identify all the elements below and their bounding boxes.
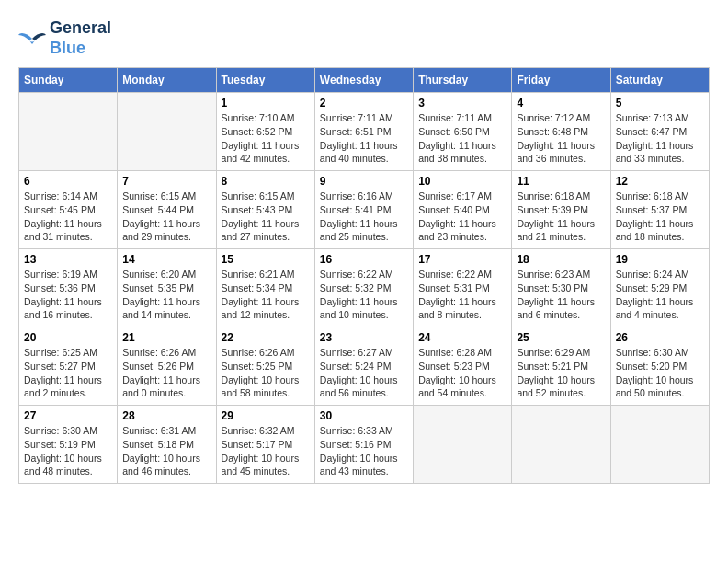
day-number: 23 xyxy=(320,331,408,344)
day-number: 30 xyxy=(320,409,408,422)
day-info: Sunrise: 7:11 AM Sunset: 6:50 PM Dayligh… xyxy=(418,111,506,166)
day-number: 20 xyxy=(24,331,112,344)
day-cell: 23Sunrise: 6:27 AM Sunset: 5:24 PM Dayli… xyxy=(314,327,413,406)
week-row-3: 13Sunrise: 6:19 AM Sunset: 5:36 PM Dayli… xyxy=(19,249,710,327)
day-info: Sunrise: 7:10 AM Sunset: 6:52 PM Dayligh… xyxy=(222,111,310,166)
day-cell: 13Sunrise: 6:19 AM Sunset: 5:36 PM Dayli… xyxy=(19,249,118,327)
weekday-header-monday: Monday xyxy=(118,68,216,93)
day-info: Sunrise: 6:29 AM Sunset: 5:21 PM Dayligh… xyxy=(517,346,605,400)
weekday-header-row: SundayMondayTuesdayWednesdayThursdayFrid… xyxy=(19,68,710,93)
day-cell: 21Sunrise: 6:26 AM Sunset: 5:26 PM Dayli… xyxy=(118,327,216,406)
day-number: 22 xyxy=(222,331,310,344)
calendar-table: SundayMondayTuesdayWednesdayThursdayFrid… xyxy=(18,67,710,484)
day-number: 2 xyxy=(320,97,408,109)
logo: General Blue xyxy=(18,18,111,58)
day-cell: 20Sunrise: 6:25 AM Sunset: 5:27 PM Dayli… xyxy=(19,327,118,406)
day-info: Sunrise: 6:22 AM Sunset: 5:32 PM Dayligh… xyxy=(320,268,408,322)
day-cell: 17Sunrise: 6:22 AM Sunset: 5:31 PM Dayli… xyxy=(414,249,512,327)
day-info: Sunrise: 6:21 AM Sunset: 5:34 PM Dayligh… xyxy=(222,268,310,322)
weekday-header-thursday: Thursday xyxy=(414,68,512,93)
day-cell: 6Sunrise: 6:14 AM Sunset: 5:45 PM Daylig… xyxy=(19,171,118,249)
day-number: 8 xyxy=(222,175,310,188)
day-number: 3 xyxy=(418,97,506,109)
day-info: Sunrise: 7:12 AM Sunset: 6:48 PM Dayligh… xyxy=(517,111,605,166)
day-info: Sunrise: 6:23 AM Sunset: 5:30 PM Dayligh… xyxy=(517,268,605,322)
day-info: Sunrise: 6:18 AM Sunset: 5:37 PM Dayligh… xyxy=(616,190,704,244)
weekday-header-friday: Friday xyxy=(512,68,610,93)
weekday-header-saturday: Saturday xyxy=(610,68,709,93)
day-info: Sunrise: 6:14 AM Sunset: 5:45 PM Dayligh… xyxy=(24,190,112,244)
day-number: 6 xyxy=(24,175,112,188)
day-info: Sunrise: 6:28 AM Sunset: 5:23 PM Dayligh… xyxy=(418,346,506,400)
day-number: 29 xyxy=(222,409,310,422)
day-number: 26 xyxy=(616,331,704,344)
day-number: 16 xyxy=(320,253,408,266)
day-info: Sunrise: 6:18 AM Sunset: 5:39 PM Dayligh… xyxy=(517,190,605,244)
day-cell: 5Sunrise: 7:13 AM Sunset: 6:47 PM Daylig… xyxy=(610,93,709,171)
day-info: Sunrise: 6:19 AM Sunset: 5:36 PM Dayligh… xyxy=(24,268,112,322)
day-info: Sunrise: 6:15 AM Sunset: 5:44 PM Dayligh… xyxy=(122,190,210,244)
weekday-header-wednesday: Wednesday xyxy=(314,68,413,93)
day-cell xyxy=(512,406,610,484)
day-number: 21 xyxy=(122,331,210,344)
day-number: 13 xyxy=(24,253,112,266)
day-cell xyxy=(19,93,118,171)
day-info: Sunrise: 6:20 AM Sunset: 5:35 PM Dayligh… xyxy=(122,268,210,322)
day-cell: 8Sunrise: 6:15 AM Sunset: 5:43 PM Daylig… xyxy=(216,171,314,249)
day-cell: 1Sunrise: 7:10 AM Sunset: 6:52 PM Daylig… xyxy=(216,93,314,171)
day-cell: 2Sunrise: 7:11 AM Sunset: 6:51 PM Daylig… xyxy=(314,93,413,171)
day-number: 1 xyxy=(222,97,310,109)
day-number: 28 xyxy=(122,409,210,422)
day-number: 9 xyxy=(320,175,408,188)
day-info: Sunrise: 7:11 AM Sunset: 6:51 PM Dayligh… xyxy=(320,111,408,166)
day-cell: 29Sunrise: 6:32 AM Sunset: 5:17 PM Dayli… xyxy=(216,406,314,484)
logo-text: General Blue xyxy=(50,18,111,58)
day-number: 7 xyxy=(122,175,210,188)
day-number: 27 xyxy=(24,409,112,422)
day-info: Sunrise: 6:30 AM Sunset: 5:20 PM Dayligh… xyxy=(616,346,704,400)
day-cell: 7Sunrise: 6:15 AM Sunset: 5:44 PM Daylig… xyxy=(118,171,216,249)
week-row-4: 20Sunrise: 6:25 AM Sunset: 5:27 PM Dayli… xyxy=(19,327,710,406)
week-row-1: 1Sunrise: 7:10 AM Sunset: 6:52 PM Daylig… xyxy=(19,93,710,171)
day-number: 19 xyxy=(616,253,704,266)
day-info: Sunrise: 6:22 AM Sunset: 5:31 PM Dayligh… xyxy=(418,268,506,322)
weekday-header-sunday: Sunday xyxy=(19,68,118,93)
day-number: 18 xyxy=(517,253,605,266)
day-info: Sunrise: 6:32 AM Sunset: 5:17 PM Dayligh… xyxy=(222,424,310,478)
day-cell: 24Sunrise: 6:28 AM Sunset: 5:23 PM Dayli… xyxy=(414,327,512,406)
day-number: 17 xyxy=(418,253,506,266)
day-info: Sunrise: 6:33 AM Sunset: 5:16 PM Dayligh… xyxy=(320,424,408,478)
day-number: 10 xyxy=(418,175,506,188)
day-info: Sunrise: 6:27 AM Sunset: 5:24 PM Dayligh… xyxy=(320,346,408,400)
day-number: 4 xyxy=(517,97,605,109)
day-cell: 9Sunrise: 6:16 AM Sunset: 5:41 PM Daylig… xyxy=(314,171,413,249)
day-info: Sunrise: 7:13 AM Sunset: 6:47 PM Dayligh… xyxy=(616,111,704,166)
day-info: Sunrise: 6:17 AM Sunset: 5:40 PM Dayligh… xyxy=(418,190,506,244)
day-cell xyxy=(118,93,216,171)
day-info: Sunrise: 6:15 AM Sunset: 5:43 PM Dayligh… xyxy=(222,190,310,244)
day-cell: 25Sunrise: 6:29 AM Sunset: 5:21 PM Dayli… xyxy=(512,327,610,406)
day-info: Sunrise: 6:26 AM Sunset: 5:26 PM Dayligh… xyxy=(122,346,210,400)
day-cell: 28Sunrise: 6:31 AM Sunset: 5:18 PM Dayli… xyxy=(118,406,216,484)
week-row-5: 27Sunrise: 6:30 AM Sunset: 5:19 PM Dayli… xyxy=(19,406,710,484)
day-info: Sunrise: 6:31 AM Sunset: 5:18 PM Dayligh… xyxy=(122,424,210,478)
day-cell: 16Sunrise: 6:22 AM Sunset: 5:32 PM Dayli… xyxy=(314,249,413,327)
day-cell: 26Sunrise: 6:30 AM Sunset: 5:20 PM Dayli… xyxy=(610,327,709,406)
day-cell: 10Sunrise: 6:17 AM Sunset: 5:40 PM Dayli… xyxy=(414,171,512,249)
week-row-2: 6Sunrise: 6:14 AM Sunset: 5:45 PM Daylig… xyxy=(19,171,710,249)
day-cell: 11Sunrise: 6:18 AM Sunset: 5:39 PM Dayli… xyxy=(512,171,610,249)
day-cell: 15Sunrise: 6:21 AM Sunset: 5:34 PM Dayli… xyxy=(216,249,314,327)
day-number: 15 xyxy=(222,253,310,266)
day-info: Sunrise: 6:26 AM Sunset: 5:25 PM Dayligh… xyxy=(222,346,310,400)
day-cell: 3Sunrise: 7:11 AM Sunset: 6:50 PM Daylig… xyxy=(414,93,512,171)
day-number: 25 xyxy=(517,331,605,344)
day-info: Sunrise: 6:30 AM Sunset: 5:19 PM Dayligh… xyxy=(24,424,112,478)
day-number: 5 xyxy=(616,97,704,109)
logo-icon xyxy=(18,28,46,50)
day-cell: 14Sunrise: 6:20 AM Sunset: 5:35 PM Dayli… xyxy=(118,249,216,327)
day-cell: 27Sunrise: 6:30 AM Sunset: 5:19 PM Dayli… xyxy=(19,406,118,484)
day-cell: 4Sunrise: 7:12 AM Sunset: 6:48 PM Daylig… xyxy=(512,93,610,171)
day-cell xyxy=(610,406,709,484)
day-info: Sunrise: 6:24 AM Sunset: 5:29 PM Dayligh… xyxy=(616,268,704,322)
day-info: Sunrise: 6:25 AM Sunset: 5:27 PM Dayligh… xyxy=(24,346,112,400)
